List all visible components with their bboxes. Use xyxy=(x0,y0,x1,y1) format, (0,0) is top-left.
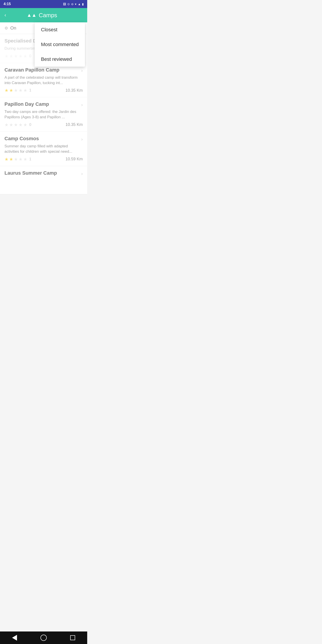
sort-best-reviewed[interactable]: Best reviewed xyxy=(35,52,85,67)
sort-most-commented[interactable]: Most commented xyxy=(35,37,85,52)
sort-closest[interactable]: Closest xyxy=(35,22,85,37)
wifi-icon: ▾ xyxy=(75,2,76,6)
status-icons: 🖼 ⊙ ⊖ ▾ ▲ ▮ xyxy=(63,2,84,6)
sort-dropdown: Closest Most commented Best reviewed xyxy=(35,22,85,67)
page-title: Camps xyxy=(39,12,57,19)
dnd-icon: ⊖ xyxy=(71,2,74,6)
battery-icon: ▮ xyxy=(82,2,84,6)
location-icon: ⊙ xyxy=(67,2,70,6)
app-logo: ▲▲ xyxy=(27,12,37,18)
status-time: 4:15 xyxy=(4,2,11,6)
signal-icon: ▲ xyxy=(78,2,81,6)
back-button[interactable]: ‹ xyxy=(4,12,6,18)
header-title-area: ▲▲ Camps xyxy=(10,12,74,19)
page-header: ‹ ▲▲ Camps xyxy=(0,8,87,22)
photo-icon: 🖼 xyxy=(63,2,66,6)
status-bar: 4:15 🖼 ⊙ ⊖ ▾ ▲ ▮ xyxy=(0,0,87,8)
